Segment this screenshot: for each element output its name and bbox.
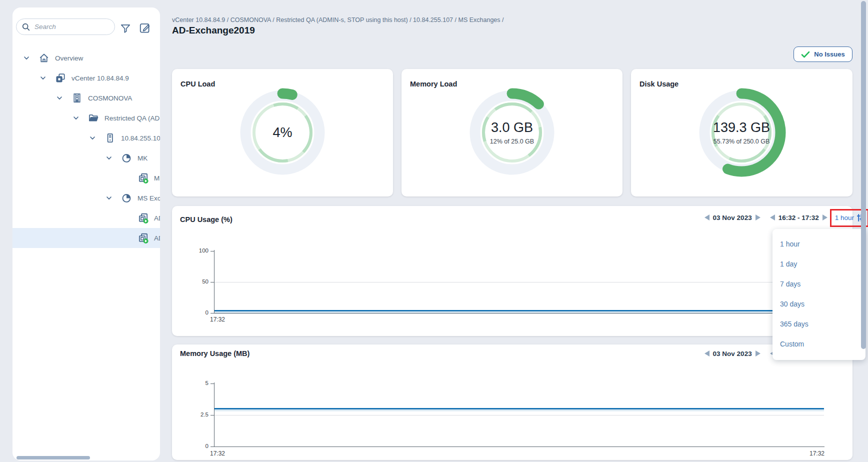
interval-option-1-hour[interactable]: 1 hour	[772, 234, 866, 254]
tree-item-label: MK	[138, 154, 148, 162]
memory-usage-chart-card	[172, 344, 852, 460]
cpu-tick	[210, 313, 214, 314]
tree-item-mk[interactable]: MK	[12, 148, 160, 168]
prev-date-arrow[interactable]	[704, 214, 710, 220]
interval-option-1-day[interactable]: 1 day	[772, 254, 866, 274]
chevron-down-icon[interactable]	[56, 94, 63, 102]
vm-icon	[138, 172, 149, 184]
chevron-down-icon[interactable]	[40, 74, 46, 82]
resource-pool-icon	[121, 152, 132, 164]
gauge-value: 3.0 GB	[491, 120, 533, 136]
page-vertical-scrollbar[interactable]	[861, 1, 866, 349]
memory-nav-date: 03 Nov 2023	[713, 350, 752, 358]
vcenter-icon	[55, 72, 66, 84]
cpu-chart-title: CPU Usage (%)	[180, 216, 232, 224]
gauge-subtext: 55.73% of 250.0 GB	[714, 138, 770, 145]
tree-item-label: vCenter 10.84.84.9	[72, 74, 129, 82]
chevron-down-icon[interactable]	[72, 114, 80, 122]
cpu-series-line	[214, 310, 848, 312]
cpu-chart-nav: 03 Nov 2023 16:32 - 17:32 1 hour	[704, 212, 866, 223]
vm-icon	[138, 212, 149, 224]
memory-gridline-2-5	[214, 415, 824, 416]
next-date-arrow[interactable]	[756, 214, 760, 220]
chevron-down-icon[interactable]	[106, 194, 112, 202]
sidebar-horizontal-scrollbar[interactable]	[16, 456, 90, 460]
cpu-ytick-0: 0	[192, 310, 208, 316]
search-box[interactable]	[16, 18, 115, 35]
filter-icon[interactable]	[120, 22, 132, 36]
tree-item-mh[interactable]: MH	[12, 168, 160, 188]
cpu-load-card: CPU Load 4%	[172, 69, 393, 196]
interval-option-custom[interactable]: Custom	[772, 334, 866, 354]
card-title: Memory Load	[410, 80, 457, 88]
cpu-usage-chart-card	[172, 206, 852, 336]
datacenter-icon	[72, 92, 82, 104]
tree-item-label: Overview	[55, 54, 83, 62]
chevron-down-icon[interactable]	[23, 54, 30, 62]
gauge-value: 139.3 GB	[713, 120, 770, 136]
memory-ytick-0: 0	[192, 443, 208, 449]
prev-time-arrow[interactable]	[770, 214, 775, 220]
cpu-ytick-50: 50	[192, 278, 208, 284]
cpu-gridline-50	[214, 282, 848, 282]
tree-item-cosmonova[interactable]: COSMONOVA	[12, 88, 160, 108]
memory-tick	[210, 415, 214, 416]
next-date-arrow[interactable]	[756, 350, 760, 356]
tree-item-label: AD	[154, 234, 160, 242]
card-title: CPU Load	[180, 80, 215, 88]
host-icon	[104, 132, 116, 144]
check-icon	[801, 51, 810, 58]
tree-item-label: AD	[154, 214, 160, 222]
tree-item-overview[interactable]: Overview	[12, 48, 160, 68]
cpu-load-gauge: 4%	[232, 82, 332, 182]
interval-option-7-days[interactable]: 7 days	[772, 274, 866, 294]
memory-chart-title: Memory Usage (MB)	[180, 350, 250, 358]
tree-item-label: COSMONOVA	[88, 94, 132, 102]
memory-series-line	[214, 408, 824, 410]
memory-tick	[210, 384, 214, 384]
tree-item-ad[interactable]: AD	[12, 208, 160, 228]
tree-item-restricted-qa-ad[interactable]: Restricted QA (AD	[12, 108, 160, 128]
gauge-subtext: 12% of 25.0 GB	[490, 138, 534, 145]
cpu-nav-date: 03 Nov 2023	[713, 214, 752, 222]
tree-item-label: MH	[154, 174, 160, 182]
chevron-down-icon[interactable]	[106, 154, 112, 162]
interval-option-30-days[interactable]: 30 days	[772, 294, 866, 314]
cpu-xtick-start: 17:32	[210, 316, 225, 323]
disk-usage-gauge: 139.3 GB 55.73% of 250.0 GB	[692, 82, 792, 182]
card-title: Disk Usage	[640, 80, 678, 88]
home-icon	[38, 52, 50, 64]
cpu-tick	[210, 282, 214, 282]
memory-ytick-5: 5	[192, 380, 208, 386]
cpu-ytick-100: 100	[192, 248, 208, 254]
breadcrumb[interactable]: vCenter 10.84.84.9 / COSMONOVA / Restric…	[172, 16, 504, 24]
tree-item-ms-exc[interactable]: MS Exc	[12, 188, 160, 208]
cpu-x-axis	[214, 313, 848, 314]
memory-x-axis	[214, 446, 824, 447]
search-icon	[22, 22, 30, 32]
vm-icon	[138, 232, 149, 244]
tree-item-label: 10.84.255.10	[121, 134, 160, 142]
tree-item-ad-selected[interactable]: AD	[12, 228, 160, 248]
next-time-arrow[interactable]	[822, 214, 828, 220]
status-badge-label: No Issues	[814, 50, 844, 58]
interval-option-365-days[interactable]: 365 days	[772, 314, 866, 334]
prev-date-arrow[interactable]	[704, 350, 710, 356]
gauge-value: 4%	[272, 125, 292, 140]
cpu-nav-time-range: 16:32 - 17:32	[778, 214, 819, 222]
memory-xtick-end: 17:32	[802, 450, 824, 457]
tree-item-10-84-255-10[interactable]: 10.84.255.10	[12, 128, 160, 148]
tree-item-label: Restricted QA (AD	[104, 114, 160, 122]
search-input[interactable]	[34, 23, 114, 30]
page-title: AD-Exchange2019	[172, 25, 255, 36]
status-badge[interactable]: No Issues	[794, 46, 852, 62]
edit-icon[interactable]	[138, 22, 152, 34]
disk-usage-card: Disk Usage 139.3 GB 55.73% of 250.0 GB	[631, 69, 852, 196]
memory-load-gauge: 3.0 GB 12% of 25.0 GB	[462, 82, 562, 182]
memory-ytick-2-5: 2.5	[192, 412, 208, 418]
memory-load-card: Memory Load 3.0 GB 12% of 25.0 GB	[402, 69, 622, 196]
tree-item-vcenter-10-84-84-9[interactable]: vCenter 10.84.84.9	[12, 68, 160, 88]
chevron-down-icon[interactable]	[89, 134, 96, 142]
memory-tick	[210, 446, 214, 447]
sidebar: OverviewvCenter 10.84.84.9COSMONOVARestr…	[12, 8, 160, 460]
